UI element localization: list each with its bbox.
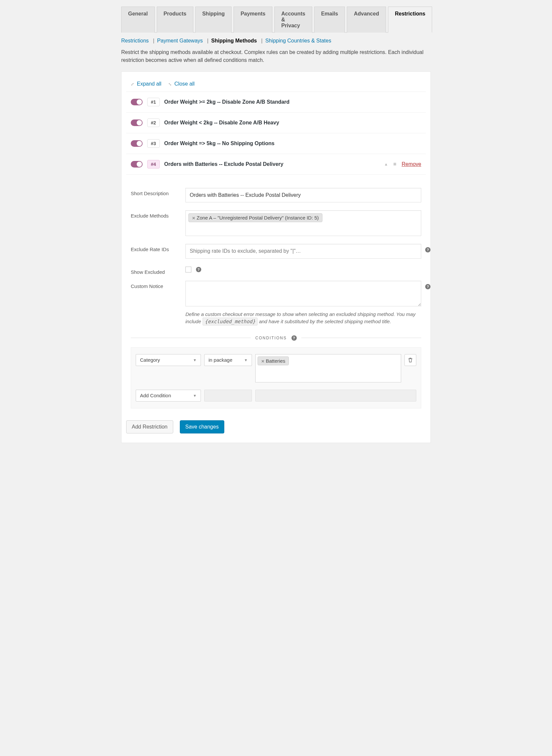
conditions-box: Category▼ in package▼ ✕Batteries (131, 347, 421, 408)
placeholder-code: {excluded_method} (202, 318, 258, 326)
separator: | (205, 38, 209, 43)
show-excluded-label: Show Excluded (131, 266, 185, 275)
panel-toolbar: ⤢ Expand all ⤡ Close all (126, 76, 426, 91)
restriction-row[interactable]: #3 Order Weight => 5kg -- No Shipping Op… (126, 133, 426, 154)
subnav-shipping-countries[interactable]: Shipping Countries & States (265, 38, 331, 43)
restriction-title: Order Weight => 5kg -- No Shipping Optio… (164, 141, 421, 147)
conditions-heading: CONDITIONS (255, 336, 287, 340)
short-description-label: Short Description (131, 188, 185, 196)
enable-toggle[interactable] (131, 99, 143, 105)
chevron-down-icon: ▼ (193, 390, 196, 401)
restriction-row[interactable]: #1 Order Weight >= 2kg -- Disable Zone A… (126, 91, 426, 112)
show-excluded-checkbox[interactable] (185, 266, 191, 272)
expand-icon: ⤢ (131, 82, 134, 86)
save-changes-button[interactable]: Save changes (180, 420, 224, 433)
condition-value-select[interactable]: ✕Batteries (255, 354, 401, 382)
separator: | (260, 38, 263, 43)
condition-type-select[interactable]: Category▼ (136, 354, 201, 366)
exclude-rate-ids-label: Exclude Rate IDs (131, 244, 185, 252)
condition-value-chip: ✕Batteries (258, 356, 289, 365)
subnav-payment-gateways[interactable]: Payment Gateways (157, 38, 203, 43)
top-tabs: General Products Shipping Payments Accou… (121, 7, 431, 33)
restriction-title: Orders with Batteries -- Exclude Postal … (164, 161, 380, 167)
remove-chip-icon[interactable]: ✕ (192, 216, 195, 220)
enable-toggle[interactable] (131, 161, 143, 168)
restriction-row[interactable]: #2 Order Weight < 2kg -- Disable Zone A/… (126, 112, 426, 133)
tab-payments[interactable]: Payments (234, 7, 272, 33)
custom-notice-description: Define a custom checkout error message t… (185, 311, 421, 326)
drag-handle-icon[interactable]: ≡ (393, 161, 396, 167)
bottom-actions: Add Restriction Save changes (126, 412, 426, 438)
restriction-form: Short Description Exclude Methods ✕Zone … (126, 174, 426, 412)
chevron-down-icon: ▼ (244, 354, 248, 366)
condition-modifier-select[interactable]: in package▼ (204, 354, 252, 366)
restriction-id: #2 (147, 119, 160, 127)
condition-row: Category▼ in package▼ ✕Batteries (136, 354, 416, 382)
tab-restrictions[interactable]: Restrictions (388, 7, 432, 33)
tab-accounts-privacy[interactable]: Accounts & Privacy (274, 7, 312, 33)
restriction-title: Order Weight >= 2kg -- Disable Zone A/B … (164, 99, 421, 105)
trash-icon (408, 357, 413, 363)
chip-label: Batteries (266, 358, 285, 364)
restriction-row-open[interactable]: #4 Orders with Batteries -- Exclude Post… (126, 154, 426, 174)
restrictions-panel: ⤢ Expand all ⤡ Close all #1 Order Weight… (121, 71, 431, 443)
exclude-methods-label: Exclude Methods (131, 210, 185, 218)
enable-toggle[interactable] (131, 120, 143, 126)
add-condition-row: Add Condition▼ (136, 390, 416, 401)
placeholder-box (204, 390, 252, 401)
enable-toggle[interactable] (131, 140, 143, 147)
page-description: Restrict the shipping methods available … (121, 48, 431, 64)
tab-emails[interactable]: Emails (314, 7, 345, 33)
add-restriction-button[interactable]: Add Restriction (126, 420, 173, 433)
help-icon[interactable]: ? (425, 284, 430, 289)
help-icon[interactable]: ? (291, 335, 297, 341)
exclude-methods-select[interactable]: ✕Zone A – "Unregistered Postal Delivery"… (185, 210, 421, 236)
restriction-id: #1 (147, 98, 160, 106)
add-condition-select[interactable]: Add Condition▼ (136, 390, 201, 401)
short-description-input[interactable] (185, 188, 421, 202)
remove-link[interactable]: Remove (402, 161, 421, 167)
custom-notice-label: Custom Notice (131, 281, 185, 289)
exclude-rate-ids-input[interactable] (185, 244, 421, 258)
restriction-title: Order Weight < 2kg -- Disable Zone A/B H… (164, 120, 421, 126)
collapse-icon[interactable]: ▲ (384, 162, 388, 167)
custom-notice-textarea[interactable] (185, 281, 421, 307)
conditions-divider: CONDITIONS ? (131, 335, 421, 341)
close-all-link[interactable]: Close all (174, 81, 195, 86)
help-icon[interactable]: ? (196, 267, 201, 272)
restriction-id: #3 (147, 139, 160, 148)
tab-shipping[interactable]: Shipping (195, 7, 232, 33)
row-actions: ▲ ≡ Remove (384, 161, 421, 167)
remove-chip-icon[interactable]: ✕ (261, 359, 265, 364)
tab-advanced[interactable]: Advanced (347, 7, 386, 33)
tab-products[interactable]: Products (157, 7, 193, 33)
subnav-restrictions[interactable]: Restrictions (121, 38, 149, 43)
sub-nav: Restrictions | Payment Gateways | Shippi… (121, 38, 431, 44)
help-icon[interactable]: ? (425, 247, 430, 252)
separator: | (151, 38, 154, 43)
restriction-id: #4 (147, 160, 160, 169)
chip-label: Zone A – "Unregistered Postal Delivery" … (196, 215, 319, 220)
delete-condition-button[interactable] (404, 354, 416, 366)
placeholder-box (255, 390, 416, 401)
selected-method-chip: ✕Zone A – "Unregistered Postal Delivery"… (188, 213, 322, 222)
expand-all-link[interactable]: Expand all (137, 81, 161, 86)
tab-general[interactable]: General (121, 7, 155, 33)
subnav-shipping-methods[interactable]: Shipping Methods (211, 38, 257, 43)
chevron-down-icon: ▼ (193, 354, 196, 366)
close-icon: ⤡ (168, 82, 172, 86)
